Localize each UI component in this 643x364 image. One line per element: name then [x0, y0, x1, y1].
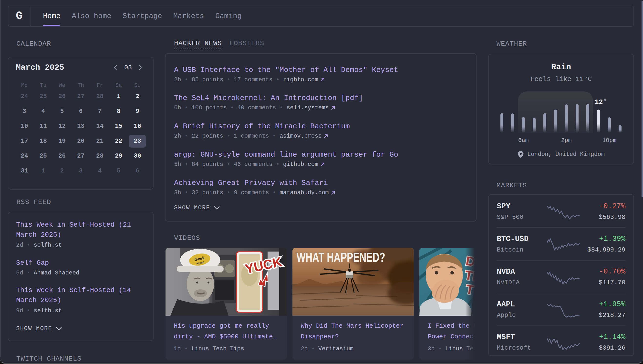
svg-text:WHAT HAPPENED?: WHAT HAPPENED? [297, 250, 385, 264]
